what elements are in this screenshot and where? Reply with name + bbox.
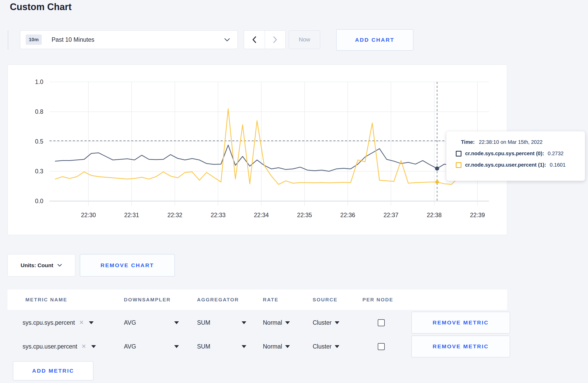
chart-card: 0.00.30.50.81.022:3022:3122:3222:3322:34… (8, 65, 507, 235)
remove-chart-button[interactable]: REMOVE CHART (80, 254, 175, 276)
x-axis-tick-label: 22:34 (254, 212, 269, 218)
caret-down-icon (242, 345, 246, 348)
caret-down-icon (285, 345, 290, 348)
metric-name-value: sys.cpu.sys.percent (23, 319, 75, 326)
x-axis-tick-label: 22:37 (383, 212, 398, 218)
col-header-per-node: PER NODE (362, 289, 393, 310)
time-window-badge: 10m (26, 34, 42, 45)
tooltip-metric-label: cr.node.sys.cpu.user.percent (1): (465, 162, 546, 168)
downsampler-value: AVG (124, 319, 136, 326)
tooltip-metric-value: 0.1601 (550, 162, 565, 168)
per-node-checkbox[interactable] (378, 319, 385, 326)
caret-down-icon (174, 345, 179, 348)
y-axis-tick-label: 0.5 (35, 138, 43, 145)
x-axis-tick-label: 22:32 (167, 212, 183, 218)
x-axis-tick-label: 22:38 (427, 212, 442, 218)
col-header-metric-name: METRIC NAME (25, 289, 67, 310)
tooltip-series-row: cr.node.sys.cpu.sys.percent (0): 0.2732 (456, 151, 578, 157)
metrics-table-header: METRIC NAME DOWNSAMPLER AGGREGATOR RATE … (8, 289, 507, 310)
tooltip-time-value: 22:38:10 on Mar 15th, 2022 (479, 139, 543, 145)
rate-value: Normal (263, 343, 282, 350)
aggregator-value: SUM (197, 343, 210, 350)
hover-dot-sys (435, 166, 439, 171)
caret-down-icon (285, 321, 290, 324)
now-button[interactable]: Now (289, 30, 320, 49)
prev-range-button[interactable] (244, 31, 265, 49)
time-window-dropdown[interactable]: 10m Past 10 Minutes (20, 30, 238, 49)
source-value: Cluster (313, 319, 332, 326)
chevron-right-icon (273, 36, 277, 43)
rate-select[interactable]: Normal (263, 335, 290, 358)
metric-name-select[interactable]: sys.cpu.user.percent ✕ (23, 335, 96, 358)
chart-tooltip: Time: 22:38:10 on Mar 15th, 2022 cr.node… (446, 131, 585, 181)
caret-down-icon (335, 321, 339, 324)
x-axis-tick-label: 22:39 (470, 212, 485, 218)
tooltip-metric-value: 0.2732 (548, 151, 564, 157)
time-window-label: Past 10 Minutes (52, 36, 224, 43)
remove-metric-button[interactable]: REMOVE METRIC (411, 312, 510, 334)
x-axis-tick-label: 22:30 (81, 212, 96, 218)
next-range-button[interactable] (265, 31, 286, 49)
aggregator-select[interactable]: SUM (197, 335, 246, 358)
hover-dot-user (435, 180, 439, 184)
aggregator-value: SUM (197, 319, 210, 326)
metric-name-value: sys.cpu.user.percent (23, 343, 77, 350)
x-axis-tick-label: 22:35 (297, 212, 312, 218)
x-axis-tick-label: 22:31 (124, 212, 139, 218)
remove-metric-button[interactable]: REMOVE METRIC (411, 336, 510, 357)
user-series-swatch-icon (456, 162, 461, 168)
chevron-down-icon (224, 38, 230, 42)
caret-down-icon (89, 321, 94, 324)
y-axis-tick-label: 0.0 (35, 198, 43, 204)
metric-row: sys.cpu.sys.percent ✕ AVG SUM Normal Clu… (8, 311, 507, 335)
chevron-left-icon (252, 36, 256, 43)
series-line-sys (55, 145, 487, 171)
tooltip-series-row: cr.node.sys.cpu.user.percent (1): 0.1601 (456, 162, 578, 168)
units-dropdown[interactable]: Units: Count (8, 254, 75, 276)
per-node-cell (378, 335, 385, 358)
clear-metric-icon[interactable]: ✕ (81, 343, 86, 350)
time-nav-group (244, 30, 286, 49)
downsampler-value: AVG (124, 343, 136, 350)
downsampler-select[interactable]: AVG (124, 335, 179, 358)
rate-value: Normal (263, 319, 282, 326)
rate-select[interactable]: Normal (263, 311, 290, 335)
x-axis-tick-label: 22:33 (211, 212, 226, 218)
clear-metric-icon[interactable]: ✕ (79, 319, 84, 326)
source-select[interactable]: Cluster (313, 311, 339, 335)
aggregator-select[interactable]: SUM (197, 311, 246, 335)
per-node-cell (378, 311, 385, 335)
tooltip-time-label: Time: (461, 139, 475, 145)
timeseries-chart[interactable]: 0.00.30.50.81.022:3022:3122:3222:3322:34… (8, 65, 507, 235)
custom-chart-page: Custom Chart 10m Past 10 Minutes Now ADD… (0, 0, 588, 383)
caret-down-icon (242, 321, 246, 324)
downsampler-select[interactable]: AVG (124, 311, 179, 335)
source-select[interactable]: Cluster (313, 335, 339, 358)
add-chart-button[interactable]: ADD CHART (336, 29, 413, 51)
add-metric-button[interactable]: ADD METRIC (13, 361, 93, 380)
caret-down-icon (91, 345, 96, 348)
sys-series-swatch-icon (456, 151, 461, 157)
page-title: Custom Chart (10, 2, 72, 12)
y-axis-tick-label: 0.8 (35, 108, 43, 115)
metric-name-select[interactable]: sys.cpu.sys.percent ✕ (23, 311, 94, 335)
col-header-rate: RATE (263, 289, 278, 310)
metric-row: sys.cpu.user.percent ✕ AVG SUM Normal Cl… (8, 335, 507, 358)
toolbar-divider (8, 31, 8, 49)
col-header-source: SOURCE (313, 289, 338, 310)
y-axis-tick-label: 0.3 (35, 168, 43, 175)
col-header-aggregator: AGGREGATOR (197, 289, 239, 310)
x-axis-tick-label: 22:36 (340, 212, 355, 218)
series-line-user (55, 109, 487, 185)
units-label: Units: Count (21, 262, 53, 268)
col-header-downsampler: DOWNSAMPLER (124, 289, 171, 310)
per-node-checkbox[interactable] (378, 343, 385, 350)
tooltip-time-row: Time: 22:38:10 on Mar 15th, 2022 (456, 139, 578, 145)
source-value: Cluster (313, 343, 332, 350)
caret-down-icon (335, 345, 339, 348)
caret-down-icon (174, 321, 179, 324)
y-axis-tick-label: 1.0 (35, 79, 43, 85)
tooltip-metric-label: cr.node.sys.cpu.sys.percent (0): (465, 151, 544, 157)
chevron-down-icon (57, 264, 62, 267)
